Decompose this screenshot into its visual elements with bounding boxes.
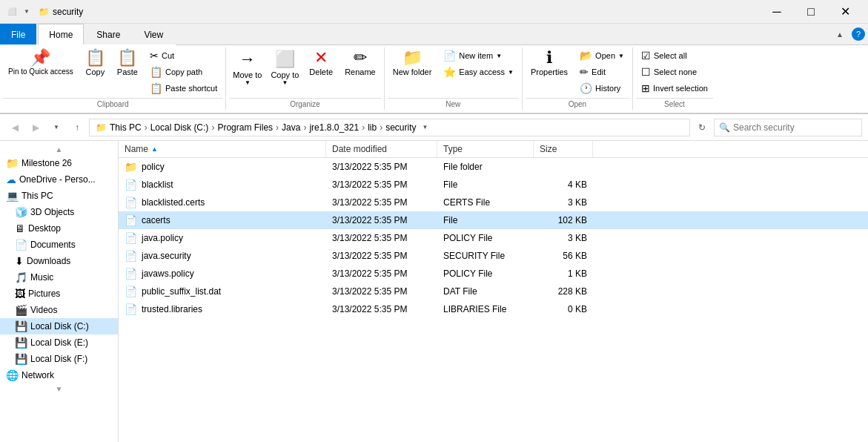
sidebar-label-locale: Local Disk (E:) (30, 337, 88, 348)
copy-path-button[interactable]: 📋 Copy path (145, 64, 222, 80)
milestone-icon: 📁 (6, 157, 19, 169)
file-row[interactable]: 📄javaws.policy3/13/2022 5:35 PMPOLICY Fi… (119, 265, 868, 283)
paste-shortcut-button[interactable]: 📋 Paste shortcut (145, 80, 222, 96)
delete-button[interactable]: ✕ Delete (304, 47, 338, 79)
sidebar-item-pictures[interactable]: 🖼 Pictures (0, 286, 118, 302)
close-button[interactable]: ✕ (828, 0, 862, 24)
properties-button[interactable]: ℹ Properties (526, 47, 573, 79)
paste-large-button[interactable]: 📋 Paste (112, 47, 143, 79)
sidebar-item-milestone26[interactable]: 📁 Milestone 26 (0, 155, 118, 171)
tab-view[interactable]: View (133, 24, 174, 44)
title-bar-controls: ─ □ ✕ (760, 0, 862, 24)
select-all-button[interactable]: ☑ Select all (636, 47, 713, 64)
open-label: Open (526, 98, 629, 110)
clipboard-small-btns: ✂ Cut 📋 Copy path 📋 Paste shortcut (145, 47, 222, 96)
onedrive-icon: ☁ (6, 174, 16, 185)
file-row[interactable]: 📄java.policy3/13/2022 5:35 PMPOLICY File… (119, 229, 868, 247)
documents-icon: 📄 (15, 239, 27, 251)
locale-icon: 💾 (15, 337, 27, 349)
new-small-btns: 📄 New item ▼ ⭐ Easy access ▼ (438, 47, 519, 80)
file-row[interactable]: 📄java.security3/13/2022 5:35 PMSECURITY … (119, 247, 868, 265)
breadcrumb-jre: jre1.8.0_321 (309, 122, 359, 133)
ribbon-collapse-button[interactable]: ▲ (831, 25, 849, 43)
easy-access-button[interactable]: ⭐ Easy access ▼ (438, 64, 519, 80)
new-item-button[interactable]: 📄 New item ▼ (438, 47, 519, 64)
copy-to-button[interactable]: ⬜ Copy to ▼ (267, 47, 302, 88)
tab-share[interactable]: Share (85, 24, 131, 44)
select-none-button[interactable]: ☐ Select none (636, 64, 713, 80)
invert-selection-button[interactable]: ⊞ Invert selection (636, 80, 713, 96)
file-icon: 📄 (125, 179, 137, 191)
rename-button[interactable]: ✏ Rename (339, 47, 381, 79)
recent-button[interactable]: ▼ (47, 119, 65, 136)
sidebar-item-localc[interactable]: 💾 Local Disk (C:) (0, 318, 118, 334)
sidebar-item-documents[interactable]: 📄 Documents (0, 237, 118, 253)
new-folder-button[interactable]: 📁 New folder (388, 47, 437, 79)
search-icon: 🔍 (719, 122, 730, 133)
copy-large-button[interactable]: 📋 Copy (80, 47, 110, 79)
sidebar-item-desktop[interactable]: 🖥 Desktop (0, 220, 118, 237)
file-name: java.policy (142, 233, 183, 243)
sidebar-item-music[interactable]: 🎵 Music (0, 269, 118, 286)
sidebar-scroll-up[interactable]: ▲ (0, 144, 118, 155)
file-row[interactable]: 📄public_suffix_list.dat3/13/2022 5:35 PM… (119, 283, 868, 300)
file-row[interactable]: 📄trusted.libraries3/13/2022 5:35 PMLIBRA… (119, 300, 868, 318)
breadcrumb-java: Java (282, 122, 300, 133)
move-to-button[interactable]: → Move to ▼ (229, 47, 265, 88)
quick-access-icon[interactable]: ▼ (21, 6, 33, 18)
sidebar-item-onedrive[interactable]: ☁ OneDrive - Perso... (0, 171, 118, 188)
cut-button[interactable]: ✂ Cut (145, 47, 222, 64)
file-row[interactable]: 📄blacklisted.certs3/13/2022 5:35 PMCERTS… (119, 194, 868, 211)
file-date-cell: 3/13/2022 5:35 PM (326, 284, 437, 299)
file-size-cell: 0 KB (534, 302, 593, 317)
sidebar-item-downloads[interactable]: ⬇ Downloads (0, 253, 118, 269)
sidebar-item-localf[interactable]: 💾 Local Disk (F:) (0, 351, 118, 367)
sidebar-item-thispc[interactable]: 💻 This PC (0, 188, 118, 204)
sidebar-scroll-down[interactable]: ▼ (0, 383, 118, 395)
sidebar-item-locale[interactable]: 💾 Local Disk (E:) (0, 334, 118, 351)
file-name: javaws.policy (142, 268, 194, 279)
file-type-cell: File (437, 213, 534, 228)
file-date-cell: 3/13/2022 5:35 PM (326, 195, 437, 210)
sidebar-label-music: Music (30, 272, 53, 283)
search-input[interactable] (733, 122, 857, 133)
file-row[interactable]: 📄cacerts3/13/2022 5:35 PMFile102 KB (119, 211, 868, 229)
col-header-type[interactable]: Type (437, 141, 534, 157)
file-icon: 📄 (125, 268, 137, 280)
edit-button[interactable]: ✏ Edit (574, 64, 629, 80)
file-date-cell: 3/13/2022 5:35 PM (326, 302, 437, 317)
tab-home[interactable]: Home (38, 24, 84, 44)
breadcrumb[interactable]: 📁 This PC › Local Disk (C:) › Program Fi… (89, 119, 690, 136)
minimize-button[interactable]: ─ (760, 0, 794, 24)
file-list: Name ▲ Date modified Type Size 📁policy3/… (119, 141, 868, 442)
file-rows-container: 📁policy3/13/2022 5:35 PMFile folder📄blac… (119, 158, 868, 318)
sidebar-item-videos[interactable]: 🎬 Videos (0, 302, 118, 318)
col-header-size[interactable]: Size (534, 141, 593, 157)
sidebar-item-3dobjects[interactable]: 🧊 3D Objects (0, 204, 118, 220)
breadcrumb-dropdown-icon[interactable]: ▼ (423, 124, 428, 131)
help-button[interactable]: ? (852, 27, 865, 41)
file-row[interactable]: 📁policy3/13/2022 5:35 PMFile folder (119, 158, 868, 176)
back-button[interactable]: ◀ (6, 119, 24, 136)
open-button[interactable]: 📂 Open ▼ (574, 47, 629, 64)
refresh-button[interactable]: ↻ (693, 119, 711, 136)
history-button[interactable]: 🕐 History (574, 80, 629, 96)
maximize-button[interactable]: □ (794, 0, 828, 24)
forward-button[interactable]: ▶ (27, 119, 44, 136)
file-row[interactable]: 📄blacklist3/13/2022 5:35 PMFile4 KB (119, 176, 868, 194)
breadcrumb-lib: lib (368, 122, 377, 133)
search-bar[interactable]: 🔍 (714, 119, 862, 136)
col-header-date[interactable]: Date modified (326, 141, 437, 157)
col-header-name[interactable]: Name ▲ (119, 141, 326, 157)
history-icon: 🕐 (580, 82, 592, 94)
edit-icon: ✏ (580, 66, 589, 78)
copy-icon: 📋 (85, 50, 105, 66)
up-button[interactable]: ↑ (68, 119, 86, 136)
file-type-cell: POLICY File (437, 266, 534, 281)
select-group-content: ☑ Select all ☐ Select none ⊞ Invert sele… (636, 47, 713, 96)
sidebar-item-network[interactable]: 🌐 Network (0, 367, 118, 383)
file-date-cell: 3/13/2022 5:35 PM (326, 248, 437, 263)
clipboard-label: Clipboard (3, 98, 222, 110)
tab-file[interactable]: File (0, 24, 36, 44)
pin-to-quick-access-button[interactable]: 📌 Pin to Quick access (3, 47, 79, 79)
